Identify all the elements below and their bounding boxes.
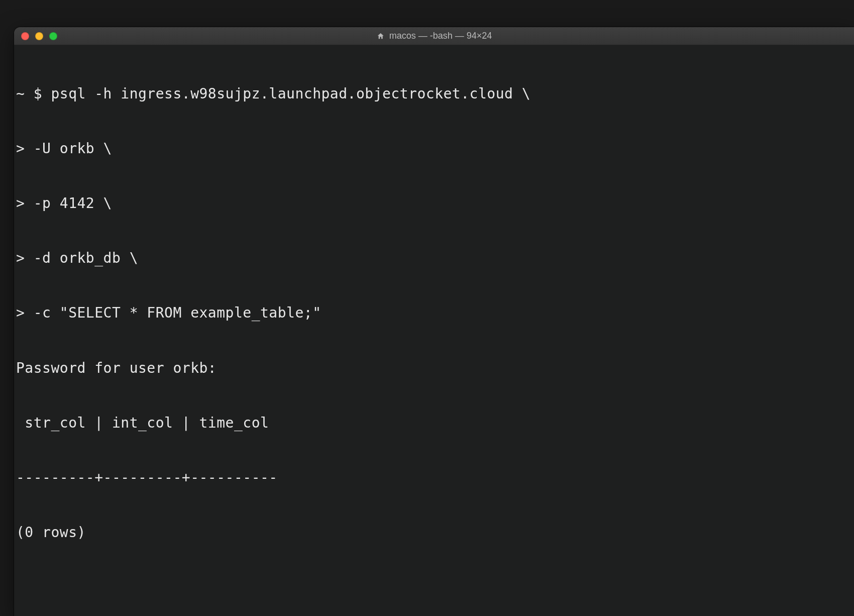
terminal-line: (0 rows) bbox=[16, 524, 852, 542]
traffic-lights bbox=[21, 32, 57, 40]
minimize-button[interactable] bbox=[35, 32, 43, 40]
terminal-line: str_col | int_col | time_col bbox=[16, 414, 852, 432]
terminal-line: > -p 4142 \ bbox=[16, 194, 852, 213]
titlebar[interactable]: macos — -bash — 94×24 bbox=[14, 27, 854, 45]
terminal-line: ---------+---------+---------- bbox=[16, 469, 852, 487]
zoom-button[interactable] bbox=[49, 32, 57, 40]
home-icon bbox=[376, 32, 385, 41]
terminal-window: macos — -bash — 94×24 ~ $ psql -h ingres… bbox=[14, 27, 854, 616]
window-title-group: macos — -bash — 94×24 bbox=[376, 31, 492, 41]
close-button[interactable] bbox=[21, 32, 29, 40]
terminal-line: Password for user orkb: bbox=[16, 359, 852, 377]
window-title: macos — -bash — 94×24 bbox=[389, 31, 492, 41]
terminal-line: > -U orkb \ bbox=[16, 140, 852, 158]
terminal-line: > -d orkb_db \ bbox=[16, 249, 852, 267]
terminal-line: ~ $ psql -h ingress.w98sujpz.launchpad.o… bbox=[16, 85, 852, 103]
terminal-body[interactable]: ~ $ psql -h ingress.w98sujpz.launchpad.o… bbox=[14, 45, 854, 616]
terminal-line: > -c "SELECT * FROM example_table;" bbox=[16, 304, 852, 322]
